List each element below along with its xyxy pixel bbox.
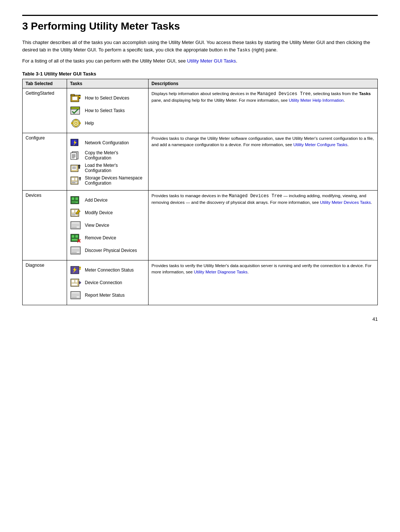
select-tasks-icon [70,105,82,116]
task-add-device: Add Device [70,195,145,205]
task-discover-devices: Discover Physical Devices [70,245,145,256]
device-connection-icon [70,277,82,288]
svg-rect-31 [79,167,80,169]
svg-point-30 [78,165,80,167]
task-label-report-meter-status: Report Meter Status [85,293,124,298]
page-number: 41 [22,316,378,322]
remove-device-icon [70,233,82,243]
task-label-device-connection: Device Connection [85,280,122,285]
svg-rect-47 [71,210,74,213]
svg-rect-1 [71,94,74,96]
tab-label-gettingstarted: GettingStarted [23,88,67,133]
copy-config-icon [70,150,82,161]
task-cell-configure: Network Configuration Copy the Meter's C… [67,133,149,191]
col-header-tasks: Tasks [67,79,149,88]
svg-rect-10 [75,119,77,121]
svg-rect-34 [75,178,77,181]
link-devices-tasks[interactable]: Utility Meter Devices Tasks [320,200,371,205]
add-device-icon [70,195,82,205]
table-row: Devices Add Device [23,191,378,260]
svg-rect-76 [80,269,81,270]
task-modify-device: Modify Device [70,208,145,218]
task-label-add-device: Add Device [85,198,107,203]
table-row: GettingStarted How to Select Devices [23,88,378,133]
task-storage-namespace: Storage Devices Namespace Configuration [70,175,145,186]
task-how-to-select-tasks: How to Select Tasks [70,105,145,116]
task-how-to-select-devices: How to Select Devices [70,93,145,103]
svg-rect-20 [71,153,77,159]
task-label-how-to-select-tasks: How to Select Tasks [85,108,125,113]
discover-devices-icon [70,245,82,256]
task-cell-gettingstarted: How to Select Devices How to Select Task… [67,88,149,133]
svg-rect-80 [71,283,77,286]
task-meter-connection-status: Meter Connection Status [70,265,145,275]
chapter-title: 3 Performing Utility Meter Tasks [22,15,378,32]
svg-point-75 [79,267,81,269]
task-help: Help [70,118,145,128]
select-devices-icon [70,93,82,103]
svg-rect-59 [71,228,80,229]
task-remove-device: Remove Device [70,233,145,243]
task-view-device: View Device [70,220,145,230]
desc-configure: Provides tasks to change the Utility Met… [149,133,378,191]
task-label-load-config: Load the Meter's Configuration [85,163,145,173]
storage-namespace-icon [70,175,82,186]
link-configure-tasks[interactable]: Utility Meter Configure Tasks [293,142,347,147]
task-device-connection: Device Connection [70,277,145,288]
task-label-remove-device: Remove Device [85,235,116,240]
load-config-icon [70,163,82,173]
svg-rect-33 [71,178,74,181]
svg-rect-41 [71,197,74,200]
task-copy-config: Copy the Meter's Configuration [70,150,145,161]
task-report-meter-status: Report Meter Status [70,290,145,300]
tab-label-devices: Devices [23,191,67,260]
table-row: Configure Network Configuration [23,133,378,191]
svg-rect-61 [71,235,74,238]
intro-paragraph-1: This chapter describes all of the tasks … [22,39,378,54]
desc-devices: Provides tasks to manage devices in the … [149,191,378,260]
svg-rect-88 [71,298,80,299]
tab-label-configure: Configure [23,133,67,191]
task-label-copy-config: Copy the Meter's Configuration [85,150,145,161]
task-label-storage-namespace: Storage Devices Namespace Configuration [85,175,145,186]
svg-point-15 [75,122,77,124]
svg-rect-39 [80,179,81,181]
task-label-view-device: View Device [85,223,109,228]
svg-rect-2 [72,97,77,100]
svg-rect-78 [71,280,74,283]
task-label-network-configuration: Network Configuration [85,140,129,145]
main-table: Tab Selected Tasks Descriptions GettingS… [22,79,378,305]
task-label-meter-connection-status: Meter Connection Status [85,267,134,273]
task-label-help: Help [85,121,94,126]
table-row: Diagnose Meter Connection Status [23,260,378,305]
desc-gettingstarted: Displays help information about selectin… [149,88,378,133]
svg-marker-81 [79,281,81,284]
link-utility-meter-help[interactable]: Utility Meter Help Information [289,98,344,102]
svg-rect-35 [71,181,77,183]
task-cell-diagnose: Meter Connection Status Device Connectio… [67,260,149,305]
task-label-modify-device: Modify Device [85,210,113,215]
intro-paragraph-2: For a listing of all of the tasks you ca… [22,57,378,65]
utility-meter-link[interactable]: Utility Meter GUI Tasks [187,58,236,64]
modify-device-icon [70,208,82,218]
report-status-icon [70,290,82,300]
network-config-icon [70,138,82,148]
svg-point-38 [79,177,81,179]
task-cell-devices: Add Device Modify Device [67,191,149,260]
link-diagnose-tasks[interactable]: Utility Meter Diagnose Tasks [194,270,247,274]
svg-rect-13 [79,122,81,124]
task-load-config: Load the Meter's Configuration [70,163,145,173]
meter-connection-icon [70,265,82,275]
svg-rect-79 [75,280,77,283]
svg-rect-11 [75,126,77,127]
task-label-how-to-select-devices: How to Select Devices [85,95,129,101]
view-device-icon [70,220,82,230]
task-network-configuration: Network Configuration [70,138,145,148]
col-header-desc: Descriptions [149,79,378,88]
desc-diagnose: Provides tasks to verify the Utility Met… [149,260,378,305]
svg-rect-43 [71,201,78,203]
svg-rect-72 [71,253,80,254]
table-title: Table 3-1 Utility Meter GUI Tasks [22,71,378,77]
svg-rect-7 [71,107,80,109]
col-header-tab: Tab Selected [23,79,67,88]
